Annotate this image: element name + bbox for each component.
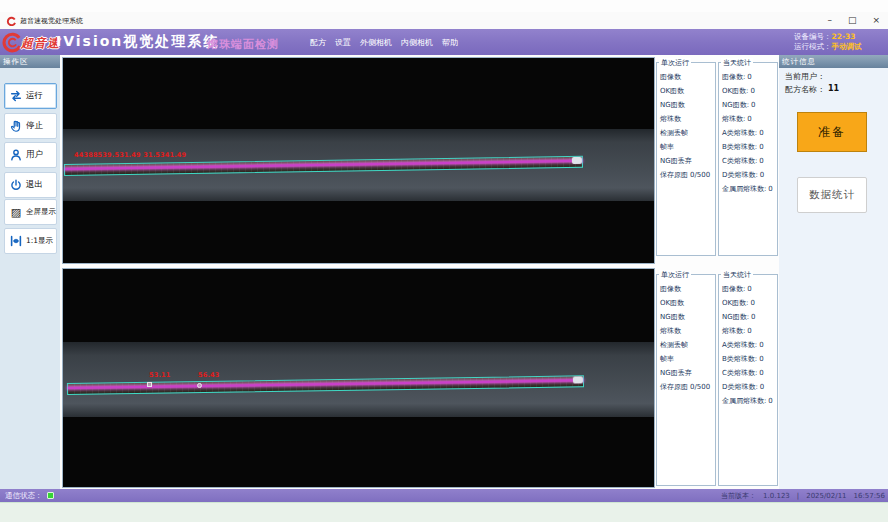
- menu-item[interactable]: 外侧相机: [360, 37, 392, 48]
- menu-item[interactable]: 设置: [335, 37, 351, 48]
- user-button[interactable]: 用户: [4, 142, 57, 168]
- stat-row: D类熔珠数:0: [719, 168, 777, 182]
- app-subtitle: 熔珠端面检测: [207, 37, 279, 52]
- stat-row: 金属屑熔珠数:0: [719, 394, 777, 408]
- main-menu: 配方设置外侧相机内侧相机帮助: [310, 29, 458, 55]
- stat-label: 图像数: [657, 70, 715, 84]
- close-icon[interactable]: ×: [872, 16, 880, 25]
- window-title: 超音速视觉处理系统: [20, 16, 83, 26]
- operation-sidebar: 操作区 运行 停止 用户: [0, 55, 60, 489]
- stat-label: OK图数: [657, 84, 715, 98]
- stat-label: 熔珠数: [657, 112, 715, 126]
- stat-row: A类熔珠数:0: [719, 126, 777, 140]
- app-icon: [6, 16, 16, 26]
- groupbox-title: 单次运行: [659, 58, 691, 68]
- defect-marker: [147, 382, 152, 387]
- stat-label: 图像数: [657, 282, 715, 296]
- ready-button[interactable]: 准备: [797, 112, 867, 152]
- stat-label: 检测丢帧: [657, 126, 715, 140]
- version-value: 1.0.123: [763, 492, 790, 500]
- status-bar: 通信状态： 当前版本： 1.0.123 | 2025/02/11 16:57:5…: [0, 489, 888, 502]
- menu-item[interactable]: 帮助: [442, 37, 458, 48]
- stat-row: B类熔珠数:0: [719, 140, 777, 154]
- statistics-info-panel: 统计信息 当前用户： 配方名称： 11 准备 数据统计: [779, 55, 888, 489]
- stat-row: OK图数:0: [719, 84, 777, 98]
- comm-status-icon: [47, 492, 54, 499]
- stats-inner-single-run: 单次运行 图像数OK图数NG图数熔珠数检测丢帧帧率NG图丢弃 保存原图0/500: [656, 274, 716, 486]
- sidebar-title: 操作区: [0, 55, 60, 68]
- stat-label: NG图数: [657, 98, 715, 112]
- stat-row: 熔珠数:0: [719, 112, 777, 126]
- stat-label: NG图数: [657, 310, 715, 324]
- maximize-icon[interactable]: □: [848, 16, 857, 25]
- stat-label: 熔珠数: [657, 324, 715, 338]
- glint-spot: [573, 376, 583, 383]
- run-mode-value: 手动调试: [832, 42, 862, 51]
- stat-label: OK图数: [657, 296, 715, 310]
- minimize-icon[interactable]: –: [827, 16, 832, 25]
- measurement-label: 56.43: [198, 371, 220, 379]
- exit-button[interactable]: 退出: [4, 172, 57, 198]
- stat-label: 检测丢帧: [657, 338, 715, 352]
- app-header: 超音速 IVision视觉处理系统 熔珠端面检测 配方设置外侧相机内侧相机帮助 …: [0, 29, 888, 55]
- glint-spot: [572, 157, 582, 164]
- data-statistics-button[interactable]: 数据统计: [797, 177, 867, 213]
- date-value: 2025/02/11: [806, 492, 846, 500]
- os-titlebar: 超音速视觉处理系统 – □ ×: [0, 12, 888, 29]
- stats-inner-daily: 当天统计 图像数:0OK图数:0NG图数:0熔珠数:0A类熔珠数:0B类熔珠数:…: [718, 274, 778, 486]
- stat-row: C类熔珠数:0: [719, 366, 777, 380]
- version-info: 当前版本： 1.0.123 | 2025/02/11 16:57:56: [721, 491, 885, 501]
- run-button[interactable]: 运行: [4, 83, 57, 109]
- stat-row: D类熔珠数:0: [719, 380, 777, 394]
- groupbox-title: 单次运行: [659, 270, 691, 280]
- power-icon: [9, 178, 23, 192]
- menu-item[interactable]: 配方: [310, 37, 326, 48]
- sync-arrows-icon: [9, 89, 23, 103]
- comm-status-label: 通信状态：: [5, 491, 43, 501]
- panel-title: 统计信息: [779, 55, 888, 68]
- measurement-annotation: 44388539.531.49 31.5341.49: [74, 151, 186, 159]
- stat-row: 金属屑熔珠数:0: [719, 182, 777, 196]
- run-mode-label: 运行模式：: [794, 42, 832, 51]
- separator: |: [797, 492, 799, 500]
- header-info: 设备编号：22-33 运行模式：手动调试: [794, 32, 862, 52]
- one-to-one-icon: [9, 234, 23, 248]
- measurement-label: 53.11: [149, 371, 171, 379]
- stat-row: 图像数:0: [719, 70, 777, 84]
- stat-label: 帧率: [657, 352, 715, 366]
- defect-marker: [197, 383, 202, 388]
- stat-label: NG图丢弃: [657, 366, 715, 380]
- stop-button[interactable]: 停止: [4, 113, 57, 139]
- brand-logo-icon: [2, 31, 21, 53]
- groupbox-title: 当天统计: [721, 270, 753, 280]
- stat-row: OK图数:0: [719, 296, 777, 310]
- stat-row: 熔珠数:0: [719, 324, 777, 338]
- groupbox-title: 当天统计: [721, 58, 753, 68]
- recipe-name-value: 11: [828, 84, 839, 95]
- app-window: 超音速视觉处理系统 – □ × 超音速 IVision视觉处理系统 熔珠端面检测…: [0, 0, 888, 522]
- version-label: 当前版本：: [721, 491, 756, 501]
- stat-label: NG图丢弃: [657, 154, 715, 168]
- stat-label: 帧率: [657, 140, 715, 154]
- one-to-one-button[interactable]: 1:1显示: [4, 228, 57, 254]
- device-number-value: 22-33: [832, 32, 856, 41]
- time-value: 16:57:56: [854, 492, 885, 500]
- save-image-row: 保存原图0/500: [657, 380, 715, 394]
- current-user-label: 当前用户：: [785, 71, 825, 82]
- stat-row: 图像数:0: [719, 282, 777, 296]
- stats-outer-single-run: 单次运行 图像数OK图数NG图数熔珠数检测丢帧帧率NG图丢弃 保存原图0/500: [656, 62, 716, 256]
- bottom-margin: [0, 502, 888, 522]
- menu-item[interactable]: 内侧相机: [401, 37, 433, 48]
- stop-hand-icon: [9, 119, 23, 133]
- fullscreen-button[interactable]: ▨ 全屏显示: [4, 199, 57, 225]
- stat-row: NG图数:0: [719, 310, 777, 324]
- camera-view-outer: 44388539.531.49 31.5341.49: [62, 57, 655, 264]
- recipe-name-row: 配方名称： 11: [785, 84, 839, 95]
- stats-outer-daily: 当天统计 图像数:0OK图数:0NG图数:0熔珠数:0A类熔珠数:0B类熔珠数:…: [718, 62, 778, 256]
- fullscreen-icon: ▨: [9, 205, 23, 219]
- stat-row: C类熔珠数:0: [719, 154, 777, 168]
- save-image-row: 保存原图0/500: [657, 168, 715, 182]
- stat-row: NG图数:0: [719, 98, 777, 112]
- stat-row: B类熔珠数:0: [719, 352, 777, 366]
- recipe-name-label: 配方名称：: [785, 84, 825, 95]
